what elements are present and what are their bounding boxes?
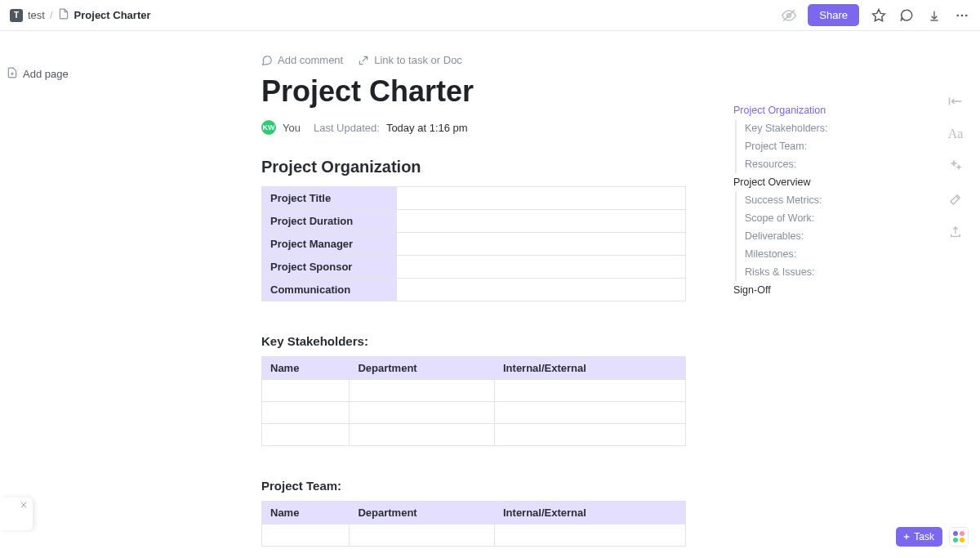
author-name: You [283,122,301,134]
org-val[interactable] [397,256,686,279]
avatar[interactable]: KW [261,120,276,135]
section-key-stakeholders: Key Stakeholders: [261,334,686,348]
svg-point-6 [961,14,964,16]
org-key[interactable]: Project Sponsor [262,256,397,279]
export-icon[interactable] [947,224,964,240]
new-task-button[interactable]: Task [896,527,942,547]
org-val[interactable] [397,279,686,301]
table-row [262,402,686,424]
close-icon [20,501,28,509]
section-project-team: Project Team: [261,479,686,493]
plus-icon [902,533,911,541]
visibility-icon[interactable] [782,8,796,23]
table-row: Project Duration [262,210,686,233]
toc-item[interactable]: Key Stakeholders: [735,119,897,137]
col-header[interactable]: Name [262,502,350,525]
table-row: Project Sponsor [262,256,686,279]
svg-point-5 [956,14,959,16]
comment-icon[interactable] [898,7,915,24]
more-icon[interactable] [954,7,970,24]
table-row [262,424,686,446]
add-page-button[interactable]: Add page [7,67,82,81]
project-organization-table[interactable]: Project Title Project Duration Project M… [261,186,686,301]
project-team-table[interactable]: Name Department Internal/External [261,501,686,547]
updated-label: Last Updated: [314,122,380,134]
table-row [262,380,686,402]
collapse-icon[interactable] [947,93,964,109]
org-val[interactable] [397,187,686,210]
breadcrumb: T test / Project Charter [10,8,151,22]
table-row: Project Title [262,187,686,210]
org-key[interactable]: Project Title [262,187,397,210]
toc-item[interactable]: Sign-Off [733,281,897,299]
wand-icon[interactable] [947,191,964,208]
left-sidebar: Add page [0,31,82,558]
org-key[interactable]: Project Duration [262,210,397,233]
org-val[interactable] [397,233,686,256]
toc-item[interactable]: Project Organization [733,101,897,119]
add-comment-label: Add comment [278,54,343,66]
apps-button[interactable] [949,527,969,547]
right-rail: Aa [947,93,964,240]
toc-item[interactable]: Project Team: [735,137,897,155]
star-icon[interactable] [871,7,887,24]
table-row [262,525,686,547]
document-icon [58,8,69,22]
workspace-badge[interactable]: T [10,9,23,22]
document-body[interactable]: Project Organization Project Title Proje… [261,158,686,547]
table-of-contents: Project Organization Key Stakeholders: P… [733,101,897,299]
updated-time: Today at 1:16 pm [386,122,468,134]
breadcrumb-doc-title[interactable]: Project Charter [74,9,151,21]
svg-marker-2 [873,9,885,20]
toc-item[interactable]: Risks & Issues: [735,263,897,281]
stakeholders-table[interactable]: Name Department Internal/External [261,356,686,446]
section-project-organization: Project Organization [261,158,686,176]
org-key[interactable]: Project Manager [262,233,397,256]
add-comment-action[interactable]: Add comment [261,54,343,66]
svg-line-10 [363,56,368,61]
breadcrumb-separator: / [50,9,53,21]
toc-item[interactable]: Deliverables: [735,227,897,245]
toc-item[interactable]: Success Metrics: [735,191,897,209]
doc-inline-actions: Add comment Link to task or Doc [261,54,980,66]
share-button[interactable]: Share [808,4,859,26]
toc-item[interactable]: Scope of Work: [735,209,897,227]
typography-icon[interactable]: Aa [947,126,964,142]
add-page-icon [7,67,18,81]
link-task-action[interactable]: Link to task or Doc [358,54,462,66]
ai-icon[interactable] [947,158,964,175]
col-header[interactable]: Name [262,357,350,380]
workspace-name[interactable]: test [28,9,45,21]
topbar: T test / Project Charter Share [0,0,980,31]
toc-item[interactable]: Resources: [735,155,897,173]
link-task-label: Link to task or Doc [374,54,462,66]
topbar-actions: Share [782,4,970,26]
toc-item[interactable]: Project Overview [733,173,897,191]
add-page-label: Add page [23,68,69,80]
import-icon[interactable] [926,7,942,24]
col-header[interactable]: Department [350,502,495,525]
toc-item[interactable]: Milestones: [735,245,897,263]
bottom-right-actions: Task [896,527,969,547]
svg-point-7 [965,14,968,16]
col-header[interactable]: Internal/External [495,502,686,525]
task-label: Task [914,531,934,542]
col-header[interactable]: Department [350,357,495,380]
table-row: Communication [262,279,686,301]
table-row: Project Manager [262,233,686,256]
org-key[interactable]: Communication [262,279,397,301]
col-header[interactable]: Internal/External [495,357,686,380]
panel-close-button[interactable] [0,498,33,530]
org-val[interactable] [397,210,686,233]
